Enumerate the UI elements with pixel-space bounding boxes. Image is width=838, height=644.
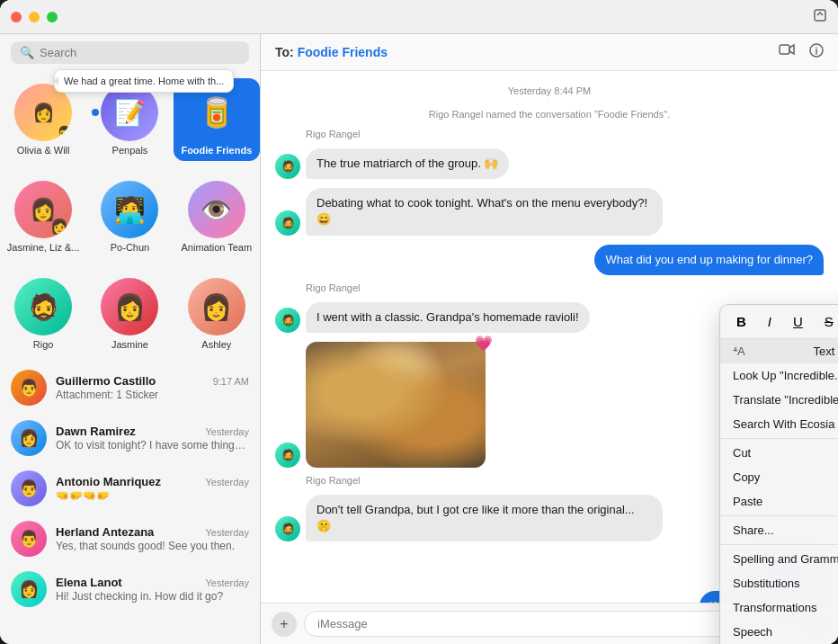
avatar-cell-jasmine-liz[interactable]: 👩 👩 Jasmine, Liz &...	[0, 175, 86, 258]
conv-item-dawn[interactable]: 👩 Dawn Ramirez Yesterday OK to visit ton…	[0, 413, 260, 463]
conv-time-elena: Yesterday	[205, 577, 249, 588]
menu-label-cut: Cut	[733, 446, 751, 460]
menu-item-substitutions[interactable]: Substitutions ›	[720, 571, 838, 595]
avatar-label-rigo: Rigo	[33, 339, 54, 350]
text-effects-menu-item[interactable]: ⁴A Text Effects › Big Small Shake Nod Ex…	[720, 339, 838, 363]
avatar-cell-animation-team[interactable]: 👁️ Animation Team	[174, 175, 260, 258]
chat-to: To: Foodie Friends	[275, 45, 388, 59]
title-bar	[0, 0, 838, 34]
menu-label-substitutions: Substitutions	[733, 577, 799, 590]
conv-info-guillermo: Guillermo Castillo 9:17 AM Attachment: 1…	[56, 374, 249, 401]
conv-avatar-guillermo: 👨	[11, 370, 47, 406]
msg-sender-rigo-1: Rigo Rangel	[306, 129, 824, 139]
avatar-cell-jasmine[interactable]: 👩 Jasmine	[86, 273, 173, 355]
conv-preview-guillermo: Attachment: 1 Sticker	[56, 389, 249, 401]
conv-item-antonio[interactable]: 👨 Antonio Manriquez Yesterday 🤜🤛🤜🤛	[0, 463, 260, 514]
conv-header-antonio: Antonio Manriquez Yesterday	[56, 475, 249, 488]
video-call-icon[interactable]	[779, 43, 795, 61]
food-image	[306, 342, 486, 468]
menu-label-translate: Translate "Incredible. I'll have to try.…	[733, 393, 838, 407]
tooltip-bubble: We had a great time. Home with th...	[54, 69, 234, 93]
add-attachment-button[interactable]: +	[272, 612, 297, 637]
menu-item-speech[interactable]: Speech ›	[720, 620, 838, 644]
fullscreen-button[interactable]	[47, 12, 58, 22]
format-bold-button[interactable]: B	[731, 312, 752, 331]
conv-header-guillermo: Guillermo Castillo 9:17 AM	[56, 374, 249, 388]
msg-avatar-rigo: 🧔	[275, 154, 300, 179]
avatar-cell-rigo[interactable]: 🧔 Rigo	[0, 273, 86, 355]
conv-preview-herland: Yes, that sounds good! See you then.	[56, 540, 249, 552]
conv-avatar-antonio: 👨	[11, 470, 47, 506]
minimize-button[interactable]	[29, 12, 40, 22]
info-icon[interactable]	[809, 43, 824, 61]
format-strikethrough-button[interactable]: S	[819, 312, 838, 331]
unread-indicator-penpals	[92, 109, 99, 116]
menu-item-cut[interactable]: Cut	[720, 441, 838, 465]
compose-button[interactable]	[813, 8, 827, 26]
avatar-jasmine: 👩	[101, 278, 158, 335]
context-menu[interactable]: B I U S ⁴A Text Effects › Big Small	[719, 304, 838, 644]
avatar-grid-row1: We had a great time. Home with th... 👩 👨…	[0, 71, 260, 168]
msg-row-3: What did you end up making for dinner?	[275, 245, 824, 275]
avatar-cell-olivia-will[interactable]: We had a great time. Home with th... 👩 👨…	[0, 78, 86, 161]
svg-rect-0	[815, 10, 825, 21]
chat-to-label: To:	[275, 45, 294, 59]
conv-avatar-dawn: 👩	[11, 420, 47, 456]
bubble-4: I went with a classic. Grandpa's homemad…	[306, 302, 590, 333]
menu-item-search-ecosia[interactable]: Search With Ecosia	[720, 412, 838, 436]
menu-label-paste: Paste	[733, 495, 762, 508]
menu-item-look-up[interactable]: Look Up "Incredible. I'll have to try...…	[720, 363, 838, 388]
msg-avatar-rigo-4: 🧔	[275, 443, 300, 468]
format-italic-button[interactable]: I	[762, 312, 777, 331]
text-effects-label: Text Effects	[814, 344, 838, 358]
menu-item-share[interactable]: Share...	[720, 518, 838, 542]
conv-preview-elena: Hi! Just checking in. How did it go?	[56, 590, 249, 603]
menu-item-transformations[interactable]: Transformations ›	[720, 595, 838, 620]
conv-item-guillermo[interactable]: 👨 Guillermo Castillo 9:17 AM Attachment:…	[0, 362, 260, 413]
food-image-inner	[306, 342, 486, 468]
ctx-separator-1	[720, 438, 838, 439]
search-input-wrapper[interactable]: 🔍	[11, 41, 249, 64]
food-image-container: 💗	[306, 342, 486, 468]
bubble-2: Debating what to cook tonight. What's on…	[306, 188, 663, 235]
msg-avatar-rigo-3: 🧔	[275, 308, 300, 333]
close-button[interactable]	[11, 12, 22, 22]
menu-item-translate[interactable]: Translate "Incredible. I'll have to try.…	[720, 388, 838, 412]
conv-name-guillermo: Guillermo Castillo	[56, 374, 156, 388]
avatar-po-chun: 🧑‍💻	[101, 181, 158, 238]
avatar-rigo: 🧔	[14, 278, 72, 335]
svg-point-3	[816, 47, 817, 49]
menu-item-copy[interactable]: Copy	[720, 465, 838, 489]
search-input[interactable]	[40, 46, 240, 59]
avatar-cell-ashley[interactable]: 👩 Ashley	[174, 273, 260, 355]
avatar-label-jasmine-liz: Jasmine, Liz &...	[7, 242, 80, 253]
system-msg: Rigo Rangel named the conversation "Food…	[275, 109, 824, 120]
search-icon: 🔍	[20, 46, 34, 59]
menu-label-copy: Copy	[733, 470, 760, 484]
avatar-label-olivia-will: Olivia & Will	[17, 145, 70, 156]
conv-time-herland: Yesterday	[205, 527, 249, 538]
ctx-separator-2	[720, 515, 838, 516]
conv-time-antonio: Yesterday	[205, 477, 249, 487]
avatar-jasmine-liz: 👩 👩	[14, 181, 72, 238]
avatar-cell-po-chun[interactable]: 🧑‍💻 Po-Chun	[86, 175, 173, 258]
conv-name-herland: Herland Antezana	[56, 525, 154, 539]
conv-name-elena: Elena Lanot	[56, 576, 122, 589]
avatar-label-jasmine: Jasmine	[111, 339, 148, 350]
menu-item-spelling[interactable]: Spelling and Grammar ›	[720, 547, 838, 571]
menu-item-paste[interactable]: Paste	[720, 489, 838, 514]
conv-item-herland[interactable]: 👨 Herland Antezana Yesterday Yes, that s…	[0, 514, 260, 564]
menu-label-share: Share...	[733, 523, 774, 537]
msg-sender-rigo-2: Rigo Rangel	[306, 282, 824, 293]
conv-item-elena[interactable]: 👩 Elena Lanot Yesterday Hi! Just checkin…	[0, 564, 260, 614]
conv-info-dawn: Dawn Ramirez Yesterday OK to visit tonig…	[56, 425, 249, 452]
avatar-animation-team: 👁️	[188, 181, 245, 238]
conv-info-elena: Elena Lanot Yesterday Hi! Just checking …	[56, 576, 249, 603]
format-underline-button[interactable]: U	[788, 312, 808, 331]
msg-avatar-rigo-2: 🧔	[275, 210, 300, 236]
search-bar-container: 🔍	[0, 34, 260, 71]
avatar-label-penpals: Penpals	[112, 145, 148, 156]
bubble-1: The true matriarch of the group. 🙌	[306, 148, 509, 179]
svg-rect-1	[780, 45, 789, 54]
conv-header-herland: Herland Antezana Yesterday	[56, 525, 249, 539]
